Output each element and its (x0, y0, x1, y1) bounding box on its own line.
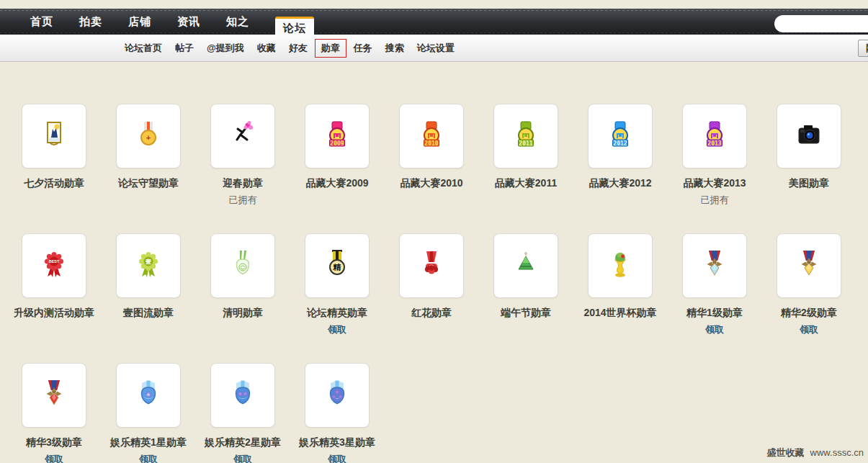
medal-card[interactable] (210, 363, 275, 428)
medal-claim-link[interactable]: 领取 (328, 323, 346, 336)
nav-item-zhizhi[interactable]: 知之 (226, 15, 249, 29)
medal-card[interactable]: 2010 (399, 104, 464, 168)
medal-card[interactable] (116, 363, 181, 428)
subnav-item-forum-home[interactable]: 论坛首页 (125, 42, 162, 55)
search-input[interactable] (774, 15, 868, 32)
medal-name: 清明勋章 (223, 307, 263, 320)
worldcup-2014-medal-icon (603, 247, 637, 284)
medal-name: 品藏大赛2010 (400, 177, 462, 190)
pincang-2009-medal-icon: 2009 (320, 117, 354, 155)
essence-2-medal-icon (792, 247, 826, 284)
svg-text:精: 精 (333, 263, 341, 271)
medal-card[interactable] (210, 233, 275, 298)
medal-name: 美图勋章 (789, 177, 829, 190)
pincang-2012-medal-icon: 2012 (603, 117, 637, 155)
medal-cell: 2014世界杯勋章 (588, 233, 653, 336)
subnav-item-forum-settings[interactable]: 论坛设置 (417, 42, 455, 55)
medal-card[interactable] (777, 104, 841, 168)
medal-card[interactable] (305, 363, 370, 428)
medal-name: 娱乐精英1星勋章 (110, 436, 187, 449)
medal-cell: 精华1级勋章领取 (682, 233, 747, 336)
medal-name: 论坛精英勋章 (307, 307, 367, 320)
medal-name: 品藏大赛2013 (683, 177, 746, 190)
subnav-item-search[interactable]: 搜索 (385, 42, 404, 55)
medal-cell: 端午节勋章 (493, 233, 558, 336)
medal-card[interactable]: 精 (305, 233, 370, 298)
tab-forum[interactable]: 论坛 (275, 17, 314, 37)
medal-card[interactable]: 壹 (116, 233, 181, 298)
svg-text:2011: 2011 (519, 140, 532, 147)
subnav-item-tasks[interactable]: 任务 (354, 42, 372, 55)
fun-elite-3star-medal-icon (320, 377, 354, 414)
medal-card[interactable]: 2009 (305, 104, 370, 168)
medal-claim-link[interactable]: 领取 (705, 323, 724, 336)
medal-name: 七夕活动勋章 (24, 177, 84, 190)
medal-row: BEST升级内测活动勋章 壹壹图流勋章 清明勋章 精论坛精英勋章领取 (22, 233, 868, 336)
medal-cell: 娱乐精英2星勋章领取 (210, 363, 275, 463)
svg-text:+: + (146, 133, 151, 142)
medal-cell: 清明勋章 (210, 233, 275, 336)
medal-name: 精华3级勋章 (26, 436, 82, 449)
medal-name: 品藏大赛2012 (589, 177, 651, 190)
essence-1-medal-icon (697, 247, 732, 284)
zongzi-medal-icon (509, 247, 543, 284)
yitu-rosette-icon: 壹 (131, 247, 166, 284)
site-shortcut-button[interactable]: 网站 (858, 40, 868, 57)
medal-name: 论坛守望勋章 (118, 177, 179, 190)
medal-claim-link[interactable]: 领取 (800, 323, 818, 336)
medal-name: 精华1级勋章 (686, 307, 743, 320)
subnav-item-favorites[interactable]: 收藏 (257, 42, 276, 55)
fun-elite-1star-medal-icon (131, 377, 166, 414)
medal-card[interactable] (399, 233, 464, 298)
medal-cell: 娱乐精英1星勋章领取 (116, 363, 181, 463)
nav-item-auction[interactable]: 拍卖 (79, 15, 102, 29)
medal-cell: 2012品藏大赛2012 (588, 104, 653, 207)
medal-card[interactable]: 2013 (682, 104, 747, 168)
medal-cell: 红花勋章 (399, 233, 464, 336)
svg-text:2013: 2013 (707, 140, 721, 147)
fun-elite-2star-medal-icon (225, 377, 260, 414)
medal-card[interactable] (493, 233, 558, 298)
subnav-item-posts[interactable]: 帖子 (175, 42, 194, 55)
medal-claim-link[interactable]: 领取 (233, 453, 252, 463)
medal-name: 精华2级勋章 (781, 307, 837, 320)
medal-card[interactable]: BEST (22, 233, 86, 298)
qingming-medal-icon (225, 247, 260, 284)
medal-card[interactable] (22, 104, 86, 168)
medal-cell: +论坛守望勋章 (116, 104, 181, 207)
medal-name: 端午节勋章 (501, 307, 551, 320)
nav-item-home[interactable]: 首页 (30, 15, 53, 29)
medal-cell: 2013品藏大赛2013已拥有 (682, 104, 747, 207)
top-margin-strip (0, 0, 868, 9)
medal-cell: 2011品藏大赛2011 (493, 104, 558, 207)
medal-cell: BEST升级内测活动勋章 (22, 233, 86, 336)
nav-item-shop[interactable]: 店铺 (128, 15, 151, 29)
medal-card[interactable] (682, 233, 747, 298)
beta-test-rosette-icon: BEST (37, 247, 71, 284)
essence-3-medal-icon (37, 377, 71, 414)
subnav-item-friends[interactable]: 好友 (289, 42, 308, 55)
medal-claim-link[interactable]: 领取 (139, 453, 158, 463)
medal-name: 品藏大赛2011 (495, 177, 557, 190)
medal-card[interactable] (22, 363, 86, 428)
medal-name: 迎春勋章 (223, 177, 263, 190)
medal-card[interactable]: 2011 (493, 104, 558, 168)
medal-cell: 精华2级勋章领取 (777, 233, 841, 336)
medal-card[interactable] (777, 233, 841, 298)
pincang-2011-medal-icon: 2011 (509, 117, 543, 155)
medal-owned-status: 已拥有 (229, 194, 257, 207)
medal-claim-link[interactable]: 领取 (328, 453, 346, 463)
camera-medal-icon (792, 117, 826, 155)
forum-elite-medal-icon: 精 (320, 247, 354, 284)
medal-card[interactable] (210, 104, 275, 168)
forum-subnav: 论坛首页帖子@提到我收藏好友勋章任务搜索论坛设置网站 (0, 35, 868, 62)
medal-card[interactable] (588, 233, 653, 298)
medal-card[interactable]: + (116, 104, 181, 168)
medal-card[interactable]: 2012 (588, 104, 653, 168)
medal-cell: 精论坛精英勋章领取 (305, 233, 370, 336)
medal-claim-link[interactable]: 领取 (45, 453, 63, 463)
subnav-item-mentions[interactable]: @提到我 (207, 42, 244, 55)
nav-item-news[interactable]: 资讯 (177, 15, 200, 29)
medal-name: 2014世界杯勋章 (583, 307, 656, 320)
subnav-item-medals[interactable]: 勋章 (315, 39, 346, 58)
